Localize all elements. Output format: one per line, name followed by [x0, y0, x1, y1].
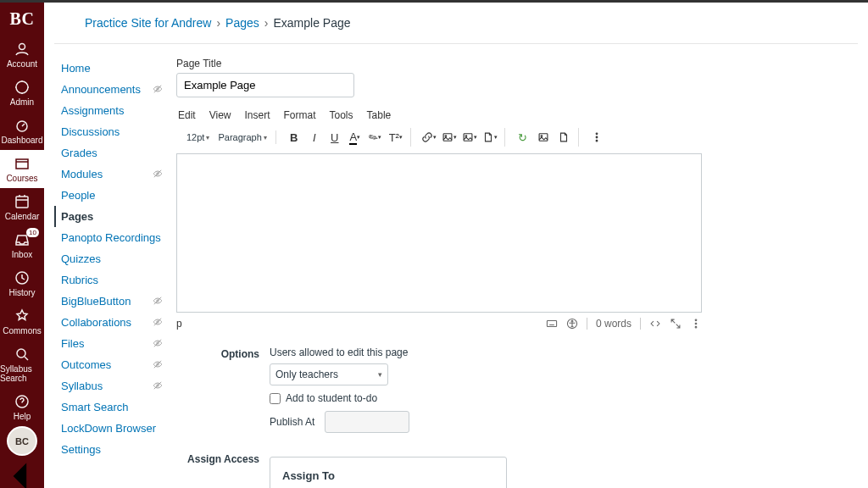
- fullscreen-icon[interactable]: [670, 318, 682, 330]
- coursenav-grades[interactable]: Grades: [54, 142, 164, 164]
- publish-at-input[interactable]: [325, 411, 409, 433]
- breadcrumb-item[interactable]: Practice Site for Andrew: [85, 16, 211, 30]
- coursenav-people[interactable]: People: [54, 185, 164, 206]
- link-button[interactable]: ▾: [420, 128, 438, 147]
- rce-menubar: EditViewInsertFormatToolsTable: [176, 106, 858, 125]
- block-format-select[interactable]: Paragraph▾: [214, 130, 270, 144]
- app-button-3[interactable]: [554, 128, 573, 147]
- rail-item-courses[interactable]: Courses: [0, 150, 44, 188]
- collapse-nav-button[interactable]: [0, 464, 44, 488]
- superscript-button[interactable]: T²▾: [387, 128, 405, 147]
- global-nav: BC AccountAdminDashboardCoursesCalendar1…: [0, 3, 44, 488]
- bold-button[interactable]: B: [285, 128, 303, 147]
- rail-item-label: History: [8, 288, 35, 297]
- word-count[interactable]: 0 words: [596, 318, 632, 330]
- rail-item-dashboard[interactable]: Dashboard: [0, 112, 44, 150]
- rail-item-label: Calendar: [5, 212, 40, 221]
- rail-item-inbox[interactable]: 10Inbox: [0, 226, 44, 264]
- coursenav-home[interactable]: Home: [54, 58, 164, 79]
- course-nav: HomeAnnouncementsAssignmentsDiscussionsG…: [54, 58, 164, 488]
- coursenav-modules[interactable]: Modules: [54, 164, 164, 185]
- coursenav-assignments[interactable]: Assignments: [54, 100, 164, 121]
- rail-item-label: Help: [14, 412, 31, 421]
- coursenav-settings[interactable]: Settings: [54, 439, 164, 460]
- courses-icon: [14, 155, 31, 172]
- options-label: Options: [176, 347, 270, 440]
- coursenav-discussions[interactable]: Discussions: [54, 121, 164, 142]
- rce-element-path: p: [176, 318, 546, 330]
- coursenav-panopto-recordings[interactable]: Panopto Recordings: [54, 227, 164, 248]
- rail-item-account[interactable]: Account: [0, 36, 44, 74]
- breadcrumb-item[interactable]: Pages: [225, 16, 259, 30]
- italic-button[interactable]: I: [305, 128, 324, 147]
- font-size-select[interactable]: 12pt▾: [183, 130, 213, 144]
- calendar-icon: [14, 193, 31, 210]
- allowed-to-edit-select[interactable]: Only teachers▾: [270, 363, 388, 385]
- rail-item-label: Commons: [3, 326, 42, 336]
- underline-button[interactable]: U: [326, 128, 344, 147]
- coursenav-smart-search[interactable]: Smart Search: [54, 396, 164, 418]
- coursenav-files[interactable]: Files: [54, 333, 164, 354]
- breadcrumb-item: Example Page: [273, 16, 350, 30]
- html-editor-icon[interactable]: [649, 318, 661, 330]
- course-nav-toggle[interactable]: [54, 11, 78, 35]
- coursenav-syllabus[interactable]: Syllabus: [54, 375, 164, 396]
- hidden-icon: [153, 296, 163, 308]
- coursenav-announcements[interactable]: Announcements: [54, 79, 164, 100]
- rce-toolbar: 12pt▾ Paragraph▾ B I U A▾ ✎▾ T²▾ ▾ ▾: [176, 125, 858, 150]
- keyboard-shortcuts-icon[interactable]: [546, 318, 558, 330]
- hidden-icon: [153, 84, 163, 97]
- hidden-icon: [153, 380, 163, 393]
- rce-menu-table[interactable]: Table: [367, 109, 392, 121]
- history-icon: [14, 269, 31, 286]
- more-button[interactable]: [587, 128, 606, 147]
- hidden-icon: [153, 338, 163, 351]
- coursenav-outcomes[interactable]: Outcomes: [54, 354, 164, 375]
- coursenav-bigbluebutton[interactable]: BigBlueButton: [54, 291, 164, 312]
- rail-item-commons[interactable]: Commons: [0, 302, 44, 341]
- user-avatar[interactable]: BC: [7, 426, 37, 456]
- admin-icon: [14, 79, 31, 96]
- rce-menu-format[interactable]: Format: [284, 109, 316, 121]
- add-to-todo-label: Add to student to-do: [286, 392, 377, 404]
- coursenav-lockdown-browser[interactable]: LockDown Browser: [54, 418, 164, 439]
- rail-item-label: Account: [7, 59, 37, 69]
- coursenav-pages[interactable]: Pages: [54, 206, 164, 227]
- image-button[interactable]: ▾: [440, 128, 459, 147]
- highlight-button[interactable]: ✎▾: [366, 128, 385, 147]
- app-button-1[interactable]: ↻: [514, 128, 532, 147]
- breadcrumb: Practice Site for Andrew›Pages›Example P…: [54, 3, 858, 44]
- page-title-input[interactable]: [176, 73, 354, 97]
- rail-item-label: Dashboard: [2, 136, 43, 145]
- rce-content-area[interactable]: [176, 153, 702, 313]
- text-color-button[interactable]: A▾: [346, 128, 364, 147]
- rail-item-help[interactable]: Help: [0, 388, 44, 426]
- coursenav-quizzes[interactable]: Quizzes: [54, 248, 164, 269]
- rail-item-history[interactable]: History: [0, 264, 44, 302]
- media-button[interactable]: ▾: [460, 128, 479, 147]
- rce-statusbar: p 0 words: [176, 313, 702, 335]
- coursenav-collaborations[interactable]: Collaborations: [54, 312, 164, 333]
- rail-item-label: Admin: [10, 97, 34, 107]
- more-status-icon[interactable]: [690, 318, 702, 330]
- search-icon: [14, 346, 31, 363]
- hidden-icon: [153, 317, 163, 330]
- rce-menu-tools[interactable]: Tools: [330, 109, 353, 121]
- rail-item-label: Inbox: [12, 250, 32, 259]
- rail-item-admin[interactable]: Admin: [0, 74, 44, 112]
- allowed-to-edit-label: Users allowed to edit this page: [270, 347, 702, 358]
- rce-menu-insert[interactable]: Insert: [244, 109, 270, 121]
- rail-item-syllabus-search[interactable]: Syllabus Search: [0, 341, 44, 388]
- rce-menu-edit[interactable]: Edit: [178, 109, 196, 121]
- a11y-checker-icon[interactable]: [566, 318, 578, 330]
- coursenav-rubrics[interactable]: Rubrics: [54, 269, 164, 291]
- rail-item-calendar[interactable]: Calendar: [0, 188, 44, 226]
- page-editor: Page Title EditViewInsertFormatToolsTabl…: [164, 58, 858, 488]
- dashboard-icon: [14, 117, 31, 134]
- document-button[interactable]: ▾: [481, 128, 499, 147]
- assign-access-label: Assign Access: [176, 452, 270, 488]
- publish-at-label: Publish At: [270, 416, 314, 428]
- app-button-2[interactable]: [534, 128, 553, 147]
- add-to-todo-checkbox[interactable]: [270, 393, 281, 404]
- rce-menu-view[interactable]: View: [209, 109, 231, 121]
